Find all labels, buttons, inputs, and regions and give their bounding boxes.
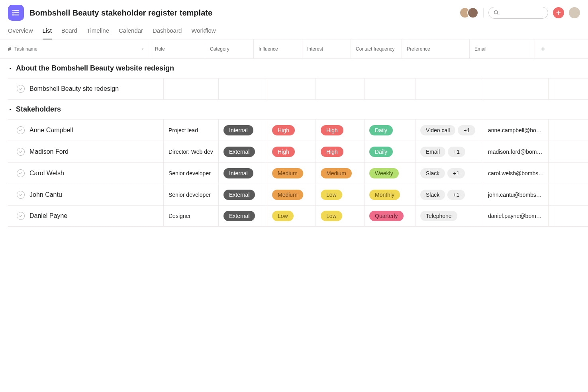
cell-preference[interactable]: [416, 78, 483, 99]
tag-external[interactable]: External: [223, 211, 255, 221]
tag-low[interactable]: Low: [272, 211, 294, 221]
cell-category[interactable]: External: [219, 141, 267, 162]
cell-role[interactable]: Designer: [164, 206, 219, 226]
cell-frequency[interactable]: [365, 78, 416, 99]
tab-dashboard[interactable]: Dashboard: [153, 27, 182, 39]
complete-icon[interactable]: [17, 169, 25, 177]
cell-preference[interactable]: Telephone: [416, 206, 483, 226]
tag-slack[interactable]: Slack: [420, 168, 445, 178]
tag-weekly[interactable]: Weekly: [369, 168, 399, 178]
tag-monthly[interactable]: Monthly: [369, 190, 400, 200]
tag-+1[interactable]: +1: [447, 168, 465, 178]
complete-icon[interactable]: [17, 85, 25, 93]
cell-frequency[interactable]: Monthly: [365, 184, 416, 205]
tag-+1[interactable]: +1: [458, 125, 475, 135]
col-interest[interactable]: Interest: [302, 39, 351, 58]
tag-internal[interactable]: Internal: [223, 168, 253, 178]
tag-daily[interactable]: Daily: [369, 125, 393, 135]
tab-workflow[interactable]: Workflow: [191, 27, 216, 39]
cell-category[interactable]: External: [219, 206, 267, 226]
section-header[interactable]: Stakeholders: [0, 100, 588, 119]
cell-interest[interactable]: Low: [316, 206, 365, 226]
project-members[interactable]: [459, 7, 478, 18]
cell-role[interactable]: Senior developer: [164, 163, 219, 184]
task-row[interactable]: Anne CampbellProject leadInternalHighHig…: [8, 119, 588, 141]
cell-interest[interactable]: High: [316, 120, 365, 141]
cell-email[interactable]: madison.ford@bom…: [483, 141, 549, 162]
task-row[interactable]: Daniel PayneDesignerExternalLowLowQuarte…: [8, 205, 588, 227]
cell-email[interactable]: [483, 78, 549, 99]
task-row[interactable]: John CantuSenior developerExternalMedium…: [8, 184, 588, 205]
tag-high[interactable]: High: [272, 125, 295, 135]
cell-frequency[interactable]: Weekly: [365, 163, 416, 184]
tag-slack[interactable]: Slack: [420, 190, 445, 200]
cell-preference[interactable]: Video call+1: [416, 120, 483, 141]
tag-medium[interactable]: Medium: [321, 168, 352, 178]
add-column-button[interactable]: [535, 39, 551, 58]
col-category[interactable]: Category: [205, 39, 254, 58]
complete-icon[interactable]: [17, 212, 25, 220]
cell-task-name[interactable]: Anne Campbell: [8, 120, 164, 141]
col-hash[interactable]: #: [0, 39, 10, 58]
cell-role[interactable]: [164, 78, 219, 99]
cell-influence[interactable]: High: [267, 120, 316, 141]
tab-timeline[interactable]: Timeline: [87, 27, 109, 39]
cell-preference[interactable]: Slack+1: [416, 184, 483, 205]
col-email[interactable]: Email: [470, 39, 535, 58]
cell-email[interactable]: daniel.payne@bom…: [483, 206, 549, 226]
tag-high[interactable]: High: [321, 125, 343, 135]
cell-category[interactable]: Internal: [219, 163, 267, 184]
project-title[interactable]: Bombshell Beauty stakeholder register te…: [29, 8, 454, 18]
tab-overview[interactable]: Overview: [8, 27, 33, 39]
tag-telephone[interactable]: Telephone: [420, 211, 457, 221]
cell-email[interactable]: carol.welsh@bombs…: [483, 163, 549, 184]
cell-interest[interactable]: Low: [316, 184, 365, 205]
tab-list[interactable]: List: [43, 27, 52, 39]
tag-high[interactable]: High: [272, 147, 295, 157]
cell-influence[interactable]: High: [267, 141, 316, 162]
tag-low[interactable]: Low: [321, 211, 342, 221]
avatar[interactable]: [467, 7, 478, 18]
cell-frequency[interactable]: Daily: [365, 141, 416, 162]
complete-icon[interactable]: [17, 126, 25, 134]
cell-task-name[interactable]: John Cantu: [8, 184, 164, 205]
cell-frequency[interactable]: Daily: [365, 120, 416, 141]
task-row[interactable]: Carol WelshSenior developerInternalMediu…: [8, 162, 588, 184]
tag-email[interactable]: Email: [420, 147, 445, 157]
cell-interest[interactable]: High: [316, 141, 365, 162]
tag-quarterly[interactable]: Quarterly: [369, 211, 404, 221]
complete-icon[interactable]: [17, 148, 25, 156]
col-frequency[interactable]: Contact frequency: [351, 39, 402, 58]
cell-influence[interactable]: Low: [267, 206, 316, 226]
tag-daily[interactable]: Daily: [369, 147, 393, 157]
tag-internal[interactable]: Internal: [223, 125, 253, 135]
tag-medium[interactable]: Medium: [272, 190, 303, 200]
cell-frequency[interactable]: Quarterly: [365, 206, 416, 226]
cell-category[interactable]: Internal: [219, 120, 267, 141]
cell-email[interactable]: anne.campbell@bo…: [483, 120, 549, 141]
cell-influence[interactable]: Medium: [267, 184, 316, 205]
cell-category[interactable]: [219, 78, 267, 99]
tag-external[interactable]: External: [223, 190, 255, 200]
cell-role[interactable]: Senior developer: [164, 184, 219, 205]
add-button[interactable]: [553, 7, 564, 18]
col-task-name[interactable]: Task name: [10, 39, 150, 58]
tag-video-call[interactable]: Video call: [420, 125, 455, 135]
cell-task-name[interactable]: Daniel Payne: [8, 206, 164, 226]
cell-task-name[interactable]: Bombshell Beauty site redesign: [8, 78, 164, 99]
cell-category[interactable]: External: [219, 184, 267, 205]
tag-+1[interactable]: +1: [448, 147, 465, 157]
cell-role[interactable]: Project lead: [164, 120, 219, 141]
cell-interest[interactable]: Medium: [316, 163, 365, 184]
section-header[interactable]: About the Bombshell Beauty website redes…: [0, 59, 588, 78]
task-row[interactable]: Madison FordDirector: Web devExternalHig…: [8, 141, 588, 162]
cell-influence[interactable]: [267, 78, 316, 99]
cell-email[interactable]: john.cantu@bombs…: [483, 184, 549, 205]
cell-preference[interactable]: Email+1: [416, 141, 483, 162]
cell-role[interactable]: Director: Web dev: [164, 141, 219, 162]
cell-influence[interactable]: Medium: [267, 163, 316, 184]
col-influence[interactable]: Influence: [254, 39, 302, 58]
complete-icon[interactable]: [17, 191, 25, 199]
cell-task-name[interactable]: Madison Ford: [8, 141, 164, 162]
tag-external[interactable]: External: [223, 147, 255, 157]
